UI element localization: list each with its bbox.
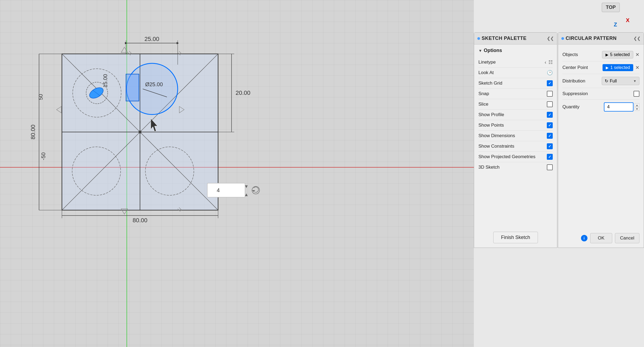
finish-sketch-button[interactable]: Finish Sketch [493, 232, 538, 243]
distribution-value: Full [610, 79, 617, 84]
svg-text:15.00: 15.00 [102, 74, 108, 88]
quantity-increment[interactable]: ▲ [635, 103, 639, 107]
options-expand-icon: ▼ [478, 48, 482, 53]
svg-text:80.00: 80.00 [30, 124, 36, 139]
center-point-clear-icon[interactable]: ✕ [635, 65, 639, 71]
show-constraints-label: Show Constraints [478, 144, 514, 149]
3d-sketch-label: 3D Sketch [478, 165, 499, 170]
slice-row: Slice [478, 99, 553, 110]
distribution-dropdown[interactable]: ↻ Full ▼ [602, 77, 639, 85]
cursor-icon: ▶ [606, 53, 608, 57]
quantity-row: Quantity 4 ▲ ▼ [562, 100, 639, 114]
canvas-area: 25.00 20.00 50 -50 80.00 80.00 15.00 Ø25… [0, 0, 474, 347]
svg-text:50: 50 [38, 94, 44, 100]
show-dimensions-checkbox[interactable] [547, 133, 553, 139]
options-section-title: Options [484, 48, 502, 53]
show-constraints-row: Show Constraints [478, 141, 553, 152]
sketch-grid-checkbox[interactable] [547, 80, 553, 86]
center-point-value: 1 selected [610, 65, 630, 70]
circular-pattern-dot [561, 37, 564, 40]
slice-checkbox[interactable] [547, 101, 553, 107]
slice-label: Slice [478, 102, 488, 107]
distribution-dropdown-arrow: ▼ [633, 79, 636, 83]
cancel-button[interactable]: Cancel [615, 233, 639, 243]
show-dimensions-label: Show Dimensions [478, 133, 515, 138]
snap-checkbox[interactable] [547, 91, 553, 97]
linetype-controls: ‹ ☷ [545, 59, 553, 65]
show-profile-label: Show Profile [478, 112, 504, 117]
objects-clear-icon[interactable]: ✕ [635, 52, 639, 58]
look-at-row: Look At 🕑 [478, 68, 553, 78]
show-projected-checkbox[interactable] [547, 154, 553, 160]
show-projected-label: Show Projected Geometries [478, 154, 536, 159]
quantity-decrement[interactable]: ▼ [635, 107, 639, 111]
center-point-area: ▶ 1 selected ✕ [603, 64, 639, 71]
sketch-palette-body: ▼ Options Linetype ‹ ☷ Look At 🕑 Sk [474, 44, 557, 227]
objects-area: ▶ 5 selected ✕ [602, 51, 639, 58]
sketch-palette-header: SKETCH PALETTE ❮❮ [474, 33, 557, 44]
sketch-palette-dot [477, 37, 480, 40]
show-profile-checkbox[interactable] [547, 112, 553, 118]
show-points-checkbox[interactable] [547, 122, 553, 128]
view-label-top: TOP [602, 3, 620, 12]
svg-rect-47 [207, 183, 245, 197]
sketch-palette-title: SKETCH PALETTE [482, 36, 527, 41]
circular-pattern-header-left: CIRCULAR PATTERN [561, 36, 617, 41]
linetype-grid-icon[interactable]: ☷ [548, 59, 553, 65]
suppression-checkbox[interactable] [634, 91, 639, 97]
snap-label: Snap [478, 91, 489, 96]
options-section-header[interactable]: ▼ Options [478, 48, 553, 53]
svg-text:4: 4 [217, 187, 220, 193]
look-at-icon[interactable]: 🕑 [547, 70, 553, 76]
linetype-row: Linetype ‹ ☷ [478, 57, 553, 68]
svg-marker-37 [121, 47, 128, 53]
show-dimensions-row: Show Dimensions [478, 131, 553, 141]
3d-sketch-checkbox[interactable] [547, 164, 553, 170]
circular-pattern-title: CIRCULAR PATTERN [566, 36, 617, 41]
objects-badge: ▶ 5 selected [602, 51, 633, 58]
panels-container: SKETCH PALETTE ❮❮ ▼ Options Linetype ‹ ☷… [474, 32, 644, 248]
circular-pattern-body: Objects ▶ 5 selected ✕ Center Point ▶ 1 … [558, 44, 644, 229]
quantity-stepper: ▲ ▼ [635, 103, 639, 111]
sketch-palette-panel: SKETCH PALETTE ❮❮ ▼ Options Linetype ‹ ☷… [474, 32, 557, 248]
svg-line-42 [129, 51, 132, 54]
svg-rect-10 [126, 74, 139, 101]
sketch-grid-label: Sketch Grid [478, 81, 502, 86]
svg-text:80.00: 80.00 [132, 217, 147, 224]
3d-sketch-row: 3D Sketch [478, 162, 553, 172]
center-point-badge: ▶ 1 selected [603, 64, 633, 71]
axis-x-label: X [626, 17, 629, 23]
ok-button[interactable]: OK [590, 233, 612, 243]
circular-pattern-header: CIRCULAR PATTERN ❮❮ [558, 33, 644, 44]
quantity-value: 4 [607, 104, 610, 110]
linetype-back-icon[interactable]: ‹ [545, 60, 546, 65]
distribution-label: Distribution [562, 78, 595, 84]
svg-text:25.00: 25.00 [144, 36, 159, 42]
sketch-palette-collapse[interactable]: ❮❮ [547, 36, 554, 41]
svg-text:-50: -50 [40, 152, 46, 160]
axis-z-label: Z [614, 22, 617, 28]
suppression-label: Suppression [562, 91, 595, 96]
distribution-icon: ↻ [605, 78, 608, 84]
circular-pattern-collapse[interactable]: ❮❮ [634, 36, 640, 41]
circular-pattern-panel: CIRCULAR PATTERN ❮❮ Objects ▶ 5 selected… [558, 32, 644, 248]
svg-line-44 [179, 51, 182, 54]
show-constraints-checkbox[interactable] [547, 143, 553, 149]
svg-marker-50 [245, 193, 248, 196]
svg-text:Ø25.00: Ø25.00 [145, 81, 163, 87]
snap-row: Snap [478, 89, 553, 99]
quantity-label: Quantity [562, 104, 595, 110]
distribution-row: Distribution ↻ Full ▼ [562, 74, 639, 88]
objects-label: Objects [562, 52, 595, 57]
center-point-cursor-icon: ▶ [606, 65, 609, 70]
center-point-label: Center Point [562, 65, 595, 70]
sketch-grid-row: Sketch Grid [478, 78, 553, 89]
sketch-palette-header-left: SKETCH PALETTE [477, 36, 527, 41]
svg-marker-49 [245, 185, 248, 188]
look-at-label: Look At [478, 70, 494, 75]
show-points-row: Show Points [478, 120, 553, 131]
look-at-controls: 🕑 [547, 70, 553, 76]
quantity-input[interactable]: 4 [604, 102, 634, 112]
info-icon[interactable]: i [581, 235, 587, 241]
center-point-row: Center Point ▶ 1 selected ✕ [562, 61, 639, 74]
